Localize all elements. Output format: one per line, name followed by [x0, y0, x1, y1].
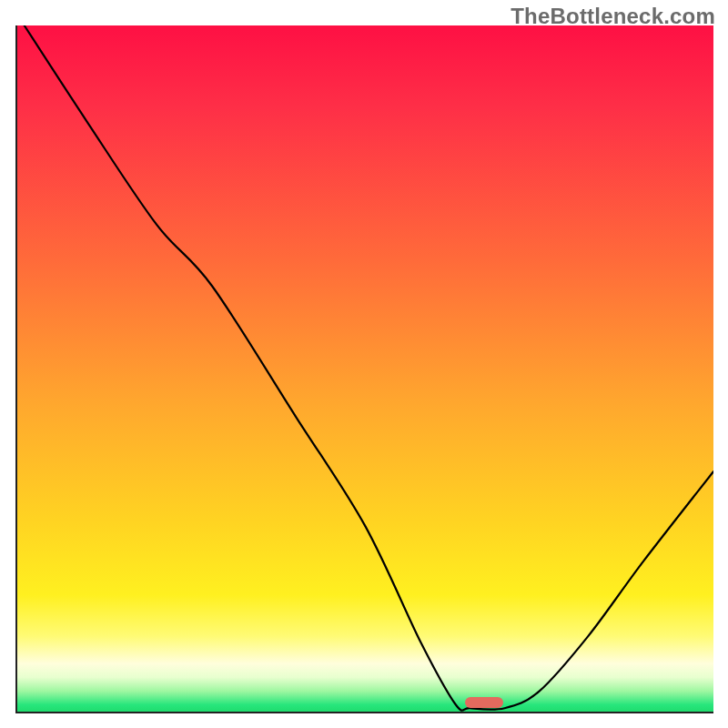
- optimal-marker: [465, 697, 503, 708]
- plot-area: [15, 25, 713, 713]
- bottleneck-curve-path: [25, 25, 713, 711]
- bottleneck-chart: TheBottleneck.com: [0, 0, 728, 728]
- plot-inner: [17, 25, 713, 712]
- curve-layer: [17, 25, 713, 712]
- x-axis: [15, 712, 713, 713]
- watermark-text: TheBottleneck.com: [511, 4, 715, 29]
